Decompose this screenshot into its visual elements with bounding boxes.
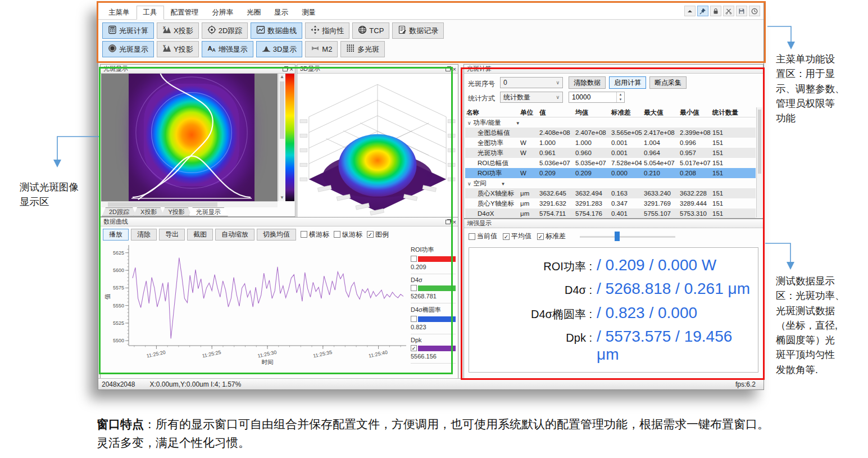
- checkbox-icon[interactable]: ✓: [367, 231, 374, 238]
- float-icon[interactable]: [446, 67, 451, 71]
- column-header-0[interactable]: 名称: [465, 107, 519, 117]
- menu-note: 主菜单功能设 置区：用于显 示、调整参数、 管理员权限等 功能: [776, 52, 866, 125]
- curve-checkbox-0[interactable]: 横游标: [301, 230, 329, 239]
- curve-checkbox-1[interactable]: 纵游标: [334, 230, 362, 239]
- spot-tab-0[interactable]: 2D跟踪: [102, 207, 137, 216]
- beam-image-area[interactable]: [101, 74, 278, 201]
- toolbar-button-track-2d[interactable]: 2D跟踪: [202, 22, 248, 39]
- row-cell: 3632.645: [538, 188, 574, 198]
- toolbar-button-enhance-aa[interactable]: AA增强显示: [202, 41, 253, 57]
- curve-button-1[interactable]: 清除: [131, 229, 157, 241]
- 3d-surface-plot[interactable]: [298, 74, 457, 219]
- toolbar-button-label: 3D显示: [273, 44, 297, 55]
- toolbar-button-surface-3d[interactable]: 3D显示: [256, 41, 303, 57]
- curve-button-3[interactable]: 截图: [187, 229, 213, 241]
- checkbox-icon[interactable]: [469, 233, 475, 240]
- enhance-checkbox-1[interactable]: ✓平均值: [503, 232, 531, 241]
- curve-button-5[interactable]: 切换均值: [257, 229, 296, 241]
- toolbar-button-label: M2: [322, 45, 332, 53]
- table-row[interactable]: 光斑功率W0.9610.9600.0010.9640.957151: [465, 148, 756, 158]
- table-row[interactable]: ROI功率W0.2090.2090.0000.2100.208151: [465, 168, 756, 178]
- lock-icon[interactable]: [710, 6, 721, 16]
- checkbox-icon[interactable]: [334, 231, 340, 238]
- enable-calc-button[interactable]: 启用计算: [609, 76, 646, 89]
- legend-checkbox[interactable]: [411, 285, 417, 291]
- column-header-1[interactable]: 单位: [519, 107, 538, 117]
- save-icon[interactable]: [736, 6, 747, 16]
- table-group-row[interactable]: ∨功率/能量▼: [465, 117, 756, 128]
- column-header-4[interactable]: 标准差: [610, 107, 643, 117]
- table-row[interactable]: D4σXμm5754.7115754.1760.4015755.1075753.…: [465, 208, 756, 219]
- toolbar-button-tcp-globe[interactable]: TCP: [352, 22, 389, 39]
- menu-tab-6[interactable]: 测量: [295, 6, 322, 20]
- column-header-7[interactable]: 统计数量: [711, 107, 756, 117]
- table-row[interactable]: 全图功率W1.0001.0000.0011.0040.996151: [465, 138, 756, 148]
- collapse-icon[interactable]: [684, 6, 696, 16]
- help-icon[interactable]: [749, 6, 760, 16]
- column-header-5[interactable]: 最大值: [643, 107, 679, 117]
- table-scrollbar[interactable]: [756, 107, 762, 217]
- table-row[interactable]: ROI总幅值5.036e+075.035e+077.528e+045.054e+…: [465, 158, 756, 168]
- close-icon[interactable]: ×: [290, 66, 293, 72]
- stat-mode-select[interactable]: 统计数量∨: [500, 92, 563, 103]
- column-header-3[interactable]: 均值: [574, 107, 610, 117]
- column-header-2[interactable]: 值: [538, 107, 574, 117]
- row-cell: 151: [711, 128, 756, 138]
- horizontal-scrollbar[interactable]: [101, 201, 278, 207]
- toolbar-button-multi-spot[interactable]: 多光斑: [340, 41, 385, 57]
- cut-icon[interactable]: [723, 6, 734, 16]
- checkbox-icon[interactable]: ✓: [503, 233, 510, 240]
- table-row[interactable]: 全图总幅值2.408e+082.407e+083.565e+052.417e+0…: [465, 128, 756, 138]
- spot-tab-2[interactable]: Y投影: [161, 207, 192, 216]
- close-icon[interactable]: ×: [453, 66, 456, 72]
- toolbar-button-x-projection[interactable]: XX投影: [157, 22, 199, 39]
- legend-checkbox[interactable]: [411, 256, 417, 262]
- scroll-up-icon[interactable]: ▲: [279, 74, 285, 80]
- toolbar-button-y-projection[interactable]: YY投影: [157, 41, 199, 57]
- legend-checkbox[interactable]: ✓: [411, 345, 417, 351]
- spin-up-icon[interactable]: ▲: [617, 92, 624, 97]
- checkbox-icon[interactable]: [301, 231, 307, 238]
- spot-tab-3[interactable]: 光斑显示: [189, 207, 228, 216]
- close-icon[interactable]: ×: [453, 219, 456, 225]
- pin-icon[interactable]: [697, 6, 708, 16]
- line-chart[interactable]: 55005525555055755600562511:25:2011:25:25…: [103, 242, 411, 375]
- spot-tab-1[interactable]: X投影: [133, 207, 164, 216]
- curve-button-4[interactable]: 自动缩放: [215, 229, 255, 241]
- curve-checkbox-2[interactable]: ✓图例: [367, 230, 389, 239]
- enhance-checkbox-2[interactable]: ✓标准差: [537, 232, 566, 241]
- float-icon[interactable]: [446, 220, 451, 224]
- menu-tab-0[interactable]: 主菜单: [102, 6, 137, 20]
- legend-checkbox[interactable]: [411, 316, 417, 322]
- menu-tab-4[interactable]: 光圈: [240, 6, 267, 20]
- enhance-slider-handle[interactable]: [615, 232, 620, 241]
- menu-tab-1[interactable]: 工具: [137, 6, 164, 20]
- toolbar-button-m2[interactable]: M2: [305, 41, 338, 57]
- menu-tab-2[interactable]: 配置管理: [164, 6, 206, 20]
- stat-count-spinner[interactable]: 10000 ▲▼: [569, 92, 625, 103]
- table-row[interactable]: 质心Y轴坐标μm3291.6323291.2830.3473291.769328…: [465, 198, 756, 208]
- table-group-row[interactable]: ∨空间▼: [465, 178, 756, 188]
- row-cell: 2.407e+08: [574, 128, 610, 138]
- menu-tab-5[interactable]: 显示: [267, 6, 295, 20]
- checkbox-icon[interactable]: ✓: [537, 233, 544, 240]
- column-header-6[interactable]: 最小值: [679, 107, 711, 117]
- enhance-slider-track[interactable]: [580, 236, 675, 238]
- breakpoint-capture-button[interactable]: 断点采集: [649, 76, 687, 89]
- curve-button-2[interactable]: 导出: [159, 229, 185, 241]
- toolbar-button-direction[interactable]: 指向性: [305, 22, 349, 39]
- toolbar-button-calculator[interactable]: 光斑计算: [102, 22, 154, 39]
- toolbar-button-spot-display[interactable]: 光斑显示: [102, 41, 154, 57]
- menu-tab-3[interactable]: 分辨率: [206, 6, 240, 20]
- clear-data-button[interactable]: 清除数据: [569, 76, 606, 89]
- enhance-checkbox-0[interactable]: 当前值: [469, 232, 497, 241]
- toolbar-button-data-record[interactable]: 数据记录: [392, 22, 444, 39]
- scroll-down-icon[interactable]: ▼: [279, 194, 285, 201]
- spot-index-select[interactable]: 0∨: [500, 77, 563, 88]
- toolbar-button-data-curve[interactable]: 数据曲线: [251, 22, 302, 39]
- float-icon[interactable]: [283, 67, 288, 71]
- table-row[interactable]: 质心X轴坐标μm3632.6453632.4940.1633633.240363…: [465, 188, 756, 198]
- spin-down-icon[interactable]: ▼: [617, 97, 624, 102]
- vertical-scrollbar[interactable]: ▲ ▼: [278, 74, 285, 201]
- curve-button-0[interactable]: 播放: [103, 229, 129, 241]
